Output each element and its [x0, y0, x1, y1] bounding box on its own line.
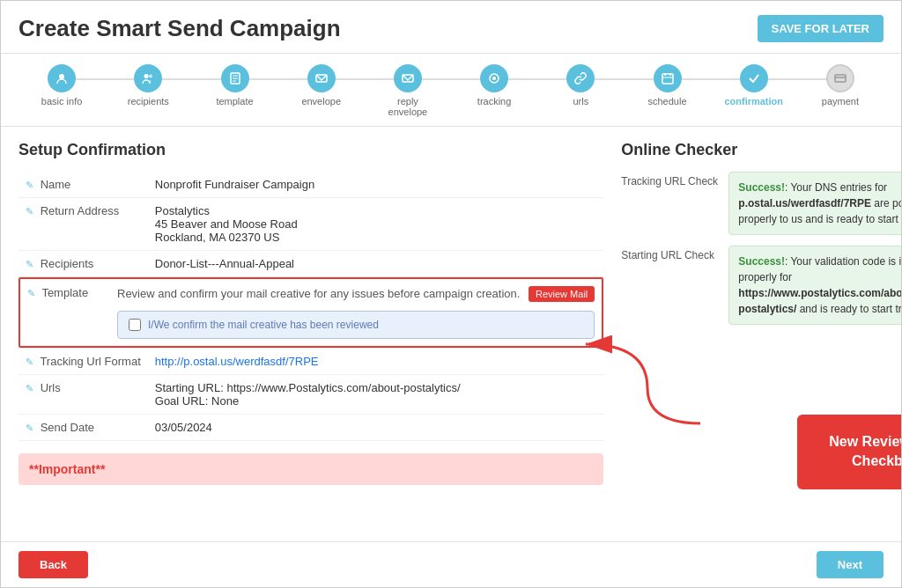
step-template[interactable]: template [191, 64, 277, 107]
checker-text2-starting-url: and is ready to start tracking [796, 303, 902, 315]
table-row-tracking-url: ✎ Tracking Url Format http://p.ostal.us/… [18, 349, 603, 375]
step-circle-schedule [654, 64, 682, 92]
svg-point-0 [59, 74, 64, 79]
step-label-schedule: schedule [648, 96, 687, 107]
svg-rect-11 [662, 74, 673, 84]
label-name: ✎ Name [18, 172, 148, 198]
step-circle-reply-envelope [394, 64, 422, 92]
online-checker-title: Online Checker [621, 141, 902, 159]
step-label-basic-info: basic info [41, 96, 82, 107]
step-label-envelope: envelope [301, 96, 341, 107]
callout-box: New Review MailCheckbox [797, 415, 902, 489]
template-row-inner: ✎ Template Review and confirm your mail … [27, 286, 595, 339]
checker-label-tracking: Tracking URL Check [621, 172, 718, 235]
success-prefix-starting-url: Success! [738, 255, 785, 268]
checker-row-starting-url: Starting URL Check Success!: Your valida… [621, 246, 902, 325]
svg-point-2 [149, 75, 152, 78]
step-tracking[interactable]: tracking [451, 64, 537, 107]
step-circle-urls [566, 64, 595, 92]
table-row-template: ✎ Template Review and confirm your mail … [18, 277, 603, 349]
page-header: Create Smart Send Campaign SAVE FOR LATE… [1, 1, 901, 54]
next-button[interactable]: Next [817, 551, 884, 578]
edit-icon-tracking-url: ✎ [26, 356, 33, 367]
confirm-checkbox-row: I/We confirm the mail creative has been … [117, 311, 595, 339]
left-panel: Setup Confirmation ✎ Name Nonprofit Fund… [18, 141, 603, 494]
step-urls[interactable]: urls [537, 64, 624, 107]
checker-label-starting-url: Starting URL Check [621, 246, 718, 325]
checker-result-starting-url: Success!: Your validation code is instal… [728, 246, 902, 325]
checker-result-tracking: Success!: Your DNS entries for p.ostal.u… [728, 172, 902, 235]
label-tracking-url: ✎ Tracking Url Format [18, 349, 148, 375]
step-confirmation[interactable]: confirmation [711, 64, 797, 107]
label-return-address: ✎ Return Address [18, 198, 148, 251]
step-label-recipients: recipients [128, 96, 169, 107]
step-payment[interactable]: payment [797, 64, 884, 107]
step-circle-payment [826, 64, 854, 92]
step-recipients[interactable]: recipients [105, 64, 191, 107]
value-return-address: Postalytics 45 Beaver and Moose Road Roc… [148, 198, 604, 251]
edit-icon-recipients: ✎ [26, 259, 33, 269]
callout-area: New Review MailCheckbox [797, 362, 902, 489]
table-row-recipients: ✎ Recipients Donor-List---Annual-Appeal [18, 251, 603, 277]
step-circle-envelope [307, 64, 336, 92]
edit-icon-send-date: ✎ [26, 423, 33, 433]
confirm-checkbox[interactable] [129, 319, 141, 331]
confirm-label-text: I/We confirm the mail creative has been … [148, 319, 379, 331]
checker-text-tracking: : Your DNS entries for [785, 181, 887, 194]
save-later-button[interactable]: SAVE FOR LATER [758, 15, 884, 42]
checker-row-tracking: Tracking URL Check Success!: Your DNS en… [621, 172, 902, 235]
step-circle-basic-info [48, 64, 76, 92]
step-envelope[interactable]: envelope [278, 64, 365, 107]
checker-url-tracking: p.ostal.us/werdfasdf/7RPE [738, 197, 871, 209]
table-row-urls: ✎ Urls Starting URL: https://www.Postaly… [18, 375, 603, 415]
step-circle-recipients [134, 64, 162, 92]
step-schedule[interactable]: schedule [624, 64, 710, 107]
edit-icon-name: ✎ [26, 180, 33, 190]
page-title: Create Smart Send Campaign [18, 15, 341, 42]
value-name: Nonprofit Fundraiser Campaign [148, 172, 604, 198]
confirm-checkbox-label[interactable]: I/We confirm the mail creative has been … [117, 311, 595, 339]
back-button[interactable]: Back [18, 551, 88, 578]
svg-point-10 [492, 77, 496, 80]
step-reply-envelope[interactable]: replyenvelope [365, 64, 451, 117]
label-recipients: ✎ Recipients [18, 251, 148, 277]
step-circle-tracking [480, 64, 508, 92]
value-urls: Starting URL: https://www.Postalytics.co… [148, 375, 604, 415]
label-send-date: ✎ Send Date [18, 415, 148, 441]
table-row-send-date: ✎ Send Date 03/05/2024 [18, 415, 603, 441]
template-highlight-box: ✎ Template Review and confirm your mail … [18, 277, 603, 348]
step-label-reply-envelope: replyenvelope [388, 96, 428, 117]
setup-confirmation-title: Setup Confirmation [18, 141, 603, 159]
annotation-area: New Review MailCheckbox [621, 335, 902, 494]
steps-bar: basic info recipients template envelope [1, 54, 901, 127]
edit-icon-urls: ✎ [26, 383, 33, 393]
edit-icon-return-address: ✎ [26, 206, 33, 217]
step-basic-info[interactable]: basic info [18, 64, 105, 107]
success-prefix-tracking: Success! [738, 181, 785, 194]
step-circle-template [221, 64, 249, 92]
setup-info-table: ✎ Name Nonprofit Fundraiser Campaign ✎ R… [18, 172, 603, 441]
review-mail-button[interactable]: Review Mail [529, 286, 595, 302]
value-tracking-url: http://p.ostal.us/werdfasdf/7RPE [148, 349, 604, 375]
important-section: **Important** [18, 453, 603, 485]
edit-icon-template: ✎ [27, 288, 35, 298]
value-recipients: Donor-List---Annual-Appeal [148, 251, 604, 277]
step-label-payment: payment [822, 96, 859, 107]
step-label-confirmation: confirmation [724, 96, 783, 107]
main-content: Setup Confirmation ✎ Name Nonprofit Fund… [1, 127, 901, 547]
page-footer: Back Next [1, 541, 901, 587]
step-label-template: template [216, 96, 253, 107]
step-circle-confirmation [740, 64, 768, 92]
label-template: ✎ Template [27, 286, 110, 339]
important-text: **Important** [29, 462, 105, 476]
table-row-return-address: ✎ Return Address Postalytics 45 Beaver a… [18, 198, 603, 251]
svg-rect-15 [835, 75, 846, 82]
template-content: Review and confirm your mail creative fo… [117, 286, 595, 339]
template-review-text: Review and confirm your mail creative fo… [117, 287, 520, 300]
step-label-tracking: tracking [477, 96, 512, 107]
right-panel: Online Checker Tracking URL Check Succes… [621, 141, 902, 494]
svg-point-1 [144, 74, 149, 78]
step-label-urls: urls [573, 96, 588, 107]
label-urls: ✎ Urls [18, 375, 148, 415]
callout-text: New Review MailCheckbox [829, 434, 902, 468]
